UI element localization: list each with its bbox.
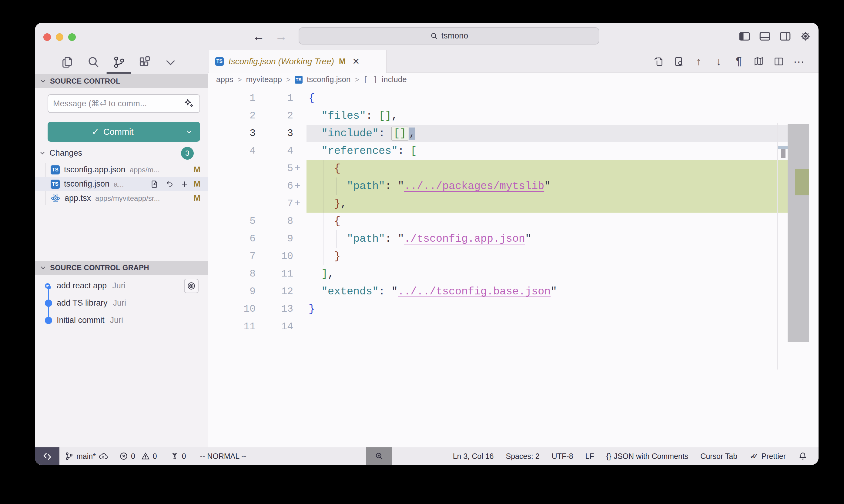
open-changes-file-icon[interactable]	[653, 56, 665, 67]
code-line[interactable]: 11{	[208, 90, 819, 107]
toggle-sidebar-left-icon[interactable]	[738, 30, 751, 43]
explorer-icon[interactable]	[61, 55, 74, 69]
more-actions-ellipsis-icon[interactable]: ···	[793, 56, 805, 67]
editor-scrollbar[interactable]	[788, 124, 809, 342]
close-window-button[interactable]	[44, 33, 51, 41]
line-number-original[interactable]: 4	[208, 142, 256, 160]
commit-message-input[interactable]: Message (⌘⏎ to comm...	[48, 94, 200, 113]
extensions-view-icon[interactable]	[138, 55, 152, 69]
forward-arrow-icon[interactable]: →	[275, 30, 287, 43]
line-number-original[interactable]: 8	[208, 265, 256, 283]
code-line[interactable]: 69"path": "./tsconfig.app.json"	[208, 230, 819, 248]
line-number-modified[interactable]: 1	[256, 90, 293, 107]
line-number-original[interactable]: 1	[208, 90, 256, 107]
split-editor-icon[interactable]	[773, 56, 785, 67]
line-number-modified[interactable]: 8	[256, 213, 293, 230]
command-center-search[interactable]: tsmono	[299, 27, 599, 44]
line-number-original[interactable]: 9	[208, 283, 256, 301]
change-row-tsconfig-app-json[interactable]: TS tsconfig.app.json apps/m... M	[35, 163, 208, 177]
vim-mode-indicator[interactable]: -- NORMAL --	[200, 452, 246, 461]
encoding-status-item[interactable]: UTF-8	[552, 452, 573, 461]
line-number-original[interactable]: 3	[208, 125, 256, 142]
eol-status-item[interactable]: LF	[585, 452, 594, 461]
path-link[interactable]: ../../packages/mytslib	[404, 180, 544, 192]
minimize-window-button[interactable]	[56, 33, 63, 41]
line-number-original[interactable]: 5	[208, 213, 256, 230]
language-mode-status-item[interactable]: {} JSON with Comments	[606, 452, 688, 461]
change-row-app-tsx[interactable]: app.tsx apps/myviteapp/sr... M	[35, 191, 208, 205]
close-tab-icon[interactable]: ✕	[352, 56, 360, 67]
commit-row-add-react-app[interactable]: add react app Juri	[35, 277, 208, 294]
problems-status-item[interactable]: 0 0	[119, 451, 157, 461]
more-views-chevron-icon[interactable]	[164, 55, 177, 69]
path-link[interactable]: ./tsconfig.app.json	[404, 233, 525, 245]
branch-status-item[interactable]: main*	[64, 451, 108, 461]
stage-changes-icon[interactable]	[180, 179, 189, 189]
settings-gear-icon[interactable]	[799, 30, 812, 43]
previous-change-arrow-icon[interactable]: ↑	[693, 56, 705, 67]
change-row-tsconfig-json[interactable]: TS tsconfig.json a...	[35, 177, 208, 191]
line-number-original[interactable]: 11	[208, 318, 256, 336]
notifications-bell-icon[interactable]	[798, 451, 808, 461]
commit-button[interactable]: ✓ Commit	[48, 122, 200, 142]
next-change-arrow-icon[interactable]: ↓	[713, 56, 725, 67]
tab-tsconfig-json-working-tree[interactable]: TS tsconfig.json (Working Tree) M ✕	[209, 50, 386, 73]
line-number-modified[interactable]: 3	[256, 125, 293, 142]
code-line[interactable]: 33"include": [],	[208, 125, 819, 142]
code-line[interactable]: 6+"path": "../../packages/mytslib"	[208, 178, 819, 195]
code-line[interactable]: 710}	[208, 248, 819, 265]
discard-changes-icon[interactable]	[165, 179, 174, 189]
line-number-modified[interactable]: 2	[256, 107, 293, 125]
review-changes-icon[interactable]	[673, 56, 685, 67]
toggle-panel-icon[interactable]	[758, 30, 771, 43]
zoom-window-button[interactable]	[68, 33, 76, 41]
line-number-modified[interactable]: 7	[256, 195, 293, 213]
line-number-modified[interactable]: 14	[256, 318, 293, 336]
breadcrumb-item-tsconfig-json[interactable]: tsconfig.json	[307, 75, 351, 84]
breadcrumb-item-apps[interactable]: apps	[216, 75, 233, 84]
line-number-modified[interactable]: 6	[256, 178, 293, 195]
back-arrow-icon[interactable]: ←	[253, 30, 265, 43]
goto-commit-target-button[interactable]	[184, 278, 199, 293]
breadcrumb-item-include[interactable]: include	[382, 75, 407, 84]
render-whitespace-pilcrow-icon[interactable]: ¶	[733, 56, 744, 67]
code-line[interactable]: 1013}	[208, 301, 819, 318]
code-line[interactable]: 5+{	[208, 160, 819, 178]
code-line[interactable]: 811],	[208, 265, 819, 283]
copilot-sparkle-icon[interactable]	[184, 98, 195, 109]
code-line[interactable]: 44"references": [	[208, 142, 819, 160]
line-number-modified[interactable]: 13	[256, 301, 293, 318]
code-line[interactable]: 1114	[208, 318, 819, 336]
commit-dropdown-button[interactable]	[178, 128, 200, 136]
ports-status-item[interactable]: 0	[170, 451, 186, 461]
line-number-modified[interactable]: 4	[256, 142, 293, 160]
map-outline-icon[interactable]	[753, 56, 764, 67]
code-line[interactable]: 22"files": [],	[208, 107, 819, 125]
line-number-original[interactable]: 7	[208, 248, 256, 265]
line-number-modified[interactable]: 12	[256, 283, 293, 301]
remote-indicator-button[interactable]	[35, 447, 59, 465]
line-number-modified[interactable]: 10	[256, 248, 293, 265]
line-number-original[interactable]: 2	[208, 107, 256, 125]
commit-row-initial-commit[interactable]: Initial commit Juri	[35, 312, 208, 329]
cursor-position-status-item[interactable]: Ln 3, Col 16	[453, 452, 494, 461]
toggle-sidebar-right-icon[interactable]	[779, 30, 792, 43]
source-control-graph-section-header[interactable]: SOURCE CONTROL GRAPH	[35, 261, 208, 275]
code-line[interactable]: 58{	[208, 213, 819, 230]
diff-code-area[interactable]: 11{22"files": [],33"include": [],44"refe…	[208, 86, 819, 447]
line-number-original[interactable]: 10	[208, 301, 256, 318]
code-line[interactable]: 7+},	[208, 195, 819, 213]
line-number-modified[interactable]: 9	[256, 230, 293, 248]
cursor-tab-status-item[interactable]: Cursor Tab	[700, 452, 737, 461]
changes-section-header[interactable]: Changes 3	[39, 146, 203, 160]
zoom-status-item[interactable]	[366, 447, 392, 465]
source-control-view-icon[interactable]	[112, 55, 126, 69]
breadcrumb-item-myviteapp[interactable]: myviteapp	[246, 75, 282, 84]
path-link[interactable]: ../../tsconfig.base.json	[398, 286, 551, 298]
open-file-icon[interactable]	[150, 179, 159, 189]
code-line[interactable]: 912"extends": "../../tsconfig.base.json"	[208, 283, 819, 301]
search-view-icon[interactable]	[86, 55, 100, 69]
line-number-modified[interactable]: 11	[256, 265, 293, 283]
line-number-modified[interactable]: 5	[256, 160, 293, 178]
commit-row-add-ts-library[interactable]: add TS library Juri	[35, 294, 208, 312]
